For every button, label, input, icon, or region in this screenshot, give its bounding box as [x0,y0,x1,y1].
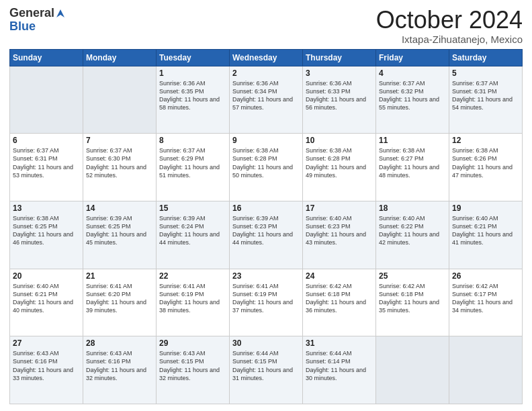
table-row: 20Sunrise: 6:40 AMSunset: 6:21 PMDayligh… [10,269,83,336]
header-monday: Monday [83,49,157,66]
day-info: Sunrise: 6:42 AMSunset: 6:18 PMDaylight:… [306,282,373,315]
table-row: 4Sunrise: 6:37 AMSunset: 6:32 PMDaylight… [376,66,449,134]
day-number: 19 [452,203,519,213]
table-row: 6Sunrise: 6:37 AMSunset: 6:31 PMDaylight… [10,134,83,201]
table-row: 26Sunrise: 6:42 AMSunset: 6:17 PMDayligh… [449,269,523,336]
table-row: 3Sunrise: 6:36 AMSunset: 6:33 PMDaylight… [303,66,376,134]
table-row: 2Sunrise: 6:36 AMSunset: 6:34 PMDaylight… [230,66,303,134]
table-row: 17Sunrise: 6:40 AMSunset: 6:23 PMDayligh… [303,201,376,269]
day-number: 5 [452,68,519,78]
header-friday: Friday [376,49,449,66]
day-number: 13 [13,203,80,213]
day-info: Sunrise: 6:37 AMSunset: 6:31 PMDaylight:… [13,146,80,179]
day-info: Sunrise: 6:40 AMSunset: 6:21 PMDaylight:… [452,214,519,247]
day-number: 31 [306,338,373,348]
header-wednesday: Wednesday [230,49,303,66]
header-saturday: Saturday [449,49,523,66]
calendar-week-row: 20Sunrise: 6:40 AMSunset: 6:21 PMDayligh… [10,269,523,336]
day-info: Sunrise: 6:36 AMSunset: 6:33 PMDaylight:… [306,79,373,112]
day-number: 1 [159,68,226,78]
day-info: Sunrise: 6:43 AMSunset: 6:16 PMDaylight:… [13,349,80,382]
day-info: Sunrise: 6:41 AMSunset: 6:19 PMDaylight:… [232,282,300,315]
day-number: 7 [86,136,153,145]
table-row: 22Sunrise: 6:41 AMSunset: 6:19 PMDayligh… [157,269,230,336]
day-number: 15 [159,203,226,213]
table-row [376,336,449,404]
day-info: Sunrise: 6:38 AMSunset: 6:25 PMDaylight:… [13,214,80,247]
logo-blue-text: Blue [9,20,36,32]
location: Ixtapa-Zihuatanejo, Mexico [376,34,523,45]
table-row: 31Sunrise: 6:44 AMSunset: 6:14 PMDayligh… [303,336,376,404]
day-number: 4 [379,68,446,78]
table-row: 27Sunrise: 6:43 AMSunset: 6:16 PMDayligh… [10,336,83,404]
table-row: 18Sunrise: 6:40 AMSunset: 6:22 PMDayligh… [376,201,449,269]
month-title: October 2024 [376,7,523,34]
table-row: 23Sunrise: 6:41 AMSunset: 6:19 PMDayligh… [230,269,303,336]
header: General Blue October 2024 Ixtapa-Zihuata… [9,7,523,45]
table-row: 30Sunrise: 6:44 AMSunset: 6:15 PMDayligh… [230,336,303,404]
day-info: Sunrise: 6:38 AMSunset: 6:28 PMDaylight:… [232,146,300,179]
table-row: 19Sunrise: 6:40 AMSunset: 6:21 PMDayligh… [449,201,523,269]
table-row: 1Sunrise: 6:36 AMSunset: 6:35 PMDaylight… [157,66,230,134]
day-info: Sunrise: 6:42 AMSunset: 6:17 PMDaylight:… [452,282,519,315]
day-info: Sunrise: 6:37 AMSunset: 6:31 PMDaylight:… [452,79,519,112]
day-number: 26 [452,271,519,281]
table-row [10,66,83,134]
day-info: Sunrise: 6:44 AMSunset: 6:14 PMDaylight:… [306,349,373,382]
table-row: 7Sunrise: 6:37 AMSunset: 6:30 PMDaylight… [83,134,157,201]
table-row: 13Sunrise: 6:38 AMSunset: 6:25 PMDayligh… [10,201,83,269]
table-row: 28Sunrise: 6:43 AMSunset: 6:16 PMDayligh… [83,336,157,404]
day-number: 28 [86,338,153,348]
title-block: October 2024 Ixtapa-Zihuatanejo, Mexico [376,7,523,45]
day-info: Sunrise: 6:43 AMSunset: 6:15 PMDaylight:… [159,349,226,382]
logo-general-text: General [9,7,54,20]
day-info: Sunrise: 6:38 AMSunset: 6:26 PMDaylight:… [452,146,519,179]
day-info: Sunrise: 6:36 AMSunset: 6:35 PMDaylight:… [159,79,226,112]
day-number: 29 [159,338,226,348]
svg-marker-0 [56,9,64,17]
table-row: 12Sunrise: 6:38 AMSunset: 6:26 PMDayligh… [449,134,523,201]
calendar-week-row: 1Sunrise: 6:36 AMSunset: 6:35 PMDaylight… [10,66,523,134]
day-number: 6 [13,136,80,145]
table-row: 16Sunrise: 6:39 AMSunset: 6:23 PMDayligh… [230,201,303,269]
table-row: 21Sunrise: 6:41 AMSunset: 6:20 PMDayligh… [83,269,157,336]
day-number: 16 [232,203,300,213]
table-row: 5Sunrise: 6:37 AMSunset: 6:31 PMDaylight… [449,66,523,134]
day-number: 24 [306,271,373,281]
table-row: 15Sunrise: 6:39 AMSunset: 6:24 PMDayligh… [157,201,230,269]
day-info: Sunrise: 6:39 AMSunset: 6:24 PMDaylight:… [159,214,226,247]
table-row: 14Sunrise: 6:39 AMSunset: 6:25 PMDayligh… [83,201,157,269]
day-number: 17 [306,203,373,213]
day-info: Sunrise: 6:41 AMSunset: 6:19 PMDaylight:… [159,282,226,315]
day-info: Sunrise: 6:44 AMSunset: 6:15 PMDaylight:… [232,349,300,382]
calendar-header-row: Sunday Monday Tuesday Wednesday Thursday… [10,49,523,66]
table-row [83,66,157,134]
day-number: 23 [232,271,300,281]
day-info: Sunrise: 6:38 AMSunset: 6:27 PMDaylight:… [379,146,446,179]
calendar-week-row: 6Sunrise: 6:37 AMSunset: 6:31 PMDaylight… [10,134,523,201]
day-info: Sunrise: 6:37 AMSunset: 6:32 PMDaylight:… [379,79,446,112]
day-info: Sunrise: 6:37 AMSunset: 6:29 PMDaylight:… [159,146,226,179]
day-number: 18 [379,203,446,213]
day-number: 20 [13,271,80,281]
table-row: 9Sunrise: 6:38 AMSunset: 6:28 PMDaylight… [230,134,303,201]
day-info: Sunrise: 6:40 AMSunset: 6:22 PMDaylight:… [379,214,446,247]
day-info: Sunrise: 6:37 AMSunset: 6:30 PMDaylight:… [86,146,153,179]
day-number: 10 [306,136,373,145]
day-info: Sunrise: 6:40 AMSunset: 6:21 PMDaylight:… [13,282,80,315]
calendar-week-row: 13Sunrise: 6:38 AMSunset: 6:25 PMDayligh… [10,201,523,269]
day-info: Sunrise: 6:38 AMSunset: 6:28 PMDaylight:… [306,146,373,179]
day-number: 2 [232,68,300,78]
day-number: 8 [159,136,226,145]
day-number: 27 [13,338,80,348]
table-row: 10Sunrise: 6:38 AMSunset: 6:28 PMDayligh… [303,134,376,201]
day-info: Sunrise: 6:43 AMSunset: 6:16 PMDaylight:… [86,349,153,382]
header-tuesday: Tuesday [157,49,230,66]
day-info: Sunrise: 6:39 AMSunset: 6:23 PMDaylight:… [232,214,300,247]
day-number: 22 [159,271,226,281]
table-row: 29Sunrise: 6:43 AMSunset: 6:15 PMDayligh… [157,336,230,404]
day-number: 11 [379,136,446,145]
table-row: 11Sunrise: 6:38 AMSunset: 6:27 PMDayligh… [376,134,449,201]
day-number: 3 [306,68,373,78]
day-number: 30 [232,338,300,348]
